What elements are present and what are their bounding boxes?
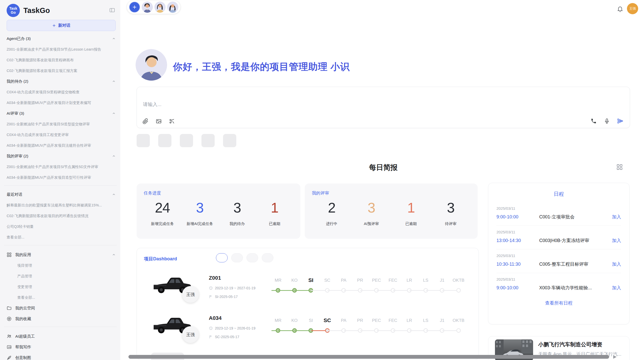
milestone-OKTB: OKTB xyxy=(450,272,467,300)
add-member-button[interactable] xyxy=(129,2,140,13)
sidebar-item[interactable]: Z001-全新燃油轻卡产品开发项目SI造型提交物评审 xyxy=(7,122,116,127)
recent-chats-section: 最近对话 解释最新出台的欧盟报废车法规再生塑料比例被调至15%...C02-飞腾… xyxy=(7,189,116,243)
user-avatar[interactable]: 王强 xyxy=(627,3,638,14)
horizontal-scrollbar[interactable] xyxy=(128,355,609,359)
sidebar-item-favorites[interactable]: 我的收藏 xyxy=(7,313,116,324)
sidebar-item[interactable]: C02-飞腾新能源轻客改款项目里程碑画布 xyxy=(7,58,116,63)
chat-input[interactable] xyxy=(143,102,524,107)
sidebar-item[interactable]: 公司Q3轻卡销量 xyxy=(7,224,116,229)
notification-bell-icon[interactable] xyxy=(617,6,623,12)
chevron-up-icon xyxy=(112,112,116,115)
schedule-time: 10:30-11:30 xyxy=(496,262,539,267)
task-progress-title: 任务进度 xyxy=(144,190,293,196)
task-progress-stats: 24 新增完成任务 3 新增AI完成任务 3 我的待办 1 已逾期 xyxy=(144,200,293,226)
my-apps-label: 我的应用 xyxy=(15,252,108,258)
schedule-card: 日程 2025/03/11 9:00-10:00 C001-立项审批会 加入 2… xyxy=(488,183,630,324)
sidebar-item[interactable]: A034-全新新能源MUV产品开发项目计划变更表编写 xyxy=(7,100,116,105)
dashboard-tab[interactable] xyxy=(246,253,258,262)
flag-icon xyxy=(209,295,213,299)
project-row[interactable]: 王强 A034 2023-12-19 ~ 2026-01-19 SC-2025-… xyxy=(137,312,478,353)
sidebar-group-header[interactable]: AI评审 (3) xyxy=(7,108,116,119)
scroll-right-arrow[interactable] xyxy=(613,355,617,359)
image-icon xyxy=(7,344,12,350)
suggestion-chip[interactable] xyxy=(180,134,193,147)
milestone-timeline: MRKOSISCPAPRPECFECLRLSJ1OKTB xyxy=(270,312,467,340)
recent-chats-header[interactable]: 最近对话 xyxy=(7,189,116,200)
schedule-view-all[interactable]: 查看所有日程 xyxy=(496,300,621,306)
image-upload-icon[interactable] xyxy=(156,118,162,124)
sidebar-group-header[interactable]: 我的评审 (2) xyxy=(7,151,116,161)
stat-label: 进行中 xyxy=(312,221,352,226)
suggestion-chip[interactable] xyxy=(201,134,215,147)
sidebar-group-header[interactable]: Agent已办 (3) xyxy=(7,33,116,44)
project-dates: 2023-12-19 ~ 2026-01-19 xyxy=(209,326,255,330)
milestone-KO: KO xyxy=(286,272,303,300)
briefing-layout-grid-icon[interactable] xyxy=(616,164,623,170)
chat-input-card xyxy=(137,87,630,128)
member-avatar[interactable] xyxy=(154,2,166,13)
stat-value: 3 xyxy=(352,200,391,216)
sidebar-item[interactable]: C0X4-动力总成开发项目SI里程碑提交物检查 xyxy=(7,90,116,95)
sidebar-item-cloud-space[interactable]: 我的云空间 xyxy=(7,303,116,313)
dashboard-tab[interactable] xyxy=(262,253,273,262)
member-avatar[interactable] xyxy=(142,2,153,13)
schedule-join-link[interactable]: 加入 xyxy=(612,237,621,244)
schedule-join-link[interactable]: 加入 xyxy=(612,214,621,220)
sidebar-item-creative-drawing[interactable]: 创意制图 xyxy=(7,352,116,360)
schedule-entry: 2025/03/11 9:00-10:00 X003-车辆动力学性能验... 加… xyxy=(496,273,621,296)
sidebar-group-items: Z001-全新燃油轻卡产品开发项目SI节点属性5D文件评审A034-全新新能源M… xyxy=(7,161,116,183)
new-chat-button[interactable]: 新对话 xyxy=(7,20,116,31)
app-menu-item[interactable]: 产品管理 xyxy=(17,274,116,279)
app-menu-item[interactable]: 变更管理 xyxy=(17,284,116,289)
schedule-join-link[interactable]: 加入 xyxy=(612,285,621,291)
sidebar-item[interactable]: C02-飞腾新能源轻客改款项目的闭环通告反馈情况 xyxy=(7,214,116,218)
stat-label: 我的待办 xyxy=(218,221,256,226)
app-menu-item[interactable]: 项目管理 xyxy=(17,263,116,268)
sidebar-item[interactable]: C02-飞腾新能源轻客改款项目立项汇报方案 xyxy=(7,68,116,73)
schedule-entry: 2025/03/11 13:00-14:30 C003|H0B-方案冻结评审 加… xyxy=(496,226,621,249)
chevron-up-icon xyxy=(112,193,116,197)
sidebar-item[interactable]: A034-全新新能源MUV产品开发项目法规符合性评审 xyxy=(7,143,116,148)
recent-view-all[interactable]: 查看全部... xyxy=(7,235,116,240)
project-row[interactable]: 王强 Z001 2023-12-19 ~ 2027-01-19 SI-2025-… xyxy=(137,272,478,312)
stat-label: 待评审 xyxy=(431,221,471,226)
apps-view-all[interactable]: 查看全部... xyxy=(17,295,116,300)
schedule-join-link[interactable]: 加入 xyxy=(612,261,621,267)
suggestion-chip[interactable] xyxy=(137,134,150,147)
sidebar-item[interactable]: 解释最新出台的欧盟报废车法规再生塑料比例被调至15%... xyxy=(7,203,116,208)
stat-value: 1 xyxy=(256,200,293,216)
stat-value: 1 xyxy=(391,200,431,216)
schedule-date: 2025/03/11 xyxy=(496,230,621,234)
milestone-LR: LR xyxy=(401,312,418,340)
sidebar-item[interactable]: Z001-全新燃油皮卡产品开发项目SI节点Lesson Learn报告 xyxy=(7,47,116,52)
task-progress-card: 任务进度 24 新增完成任务 3 新增AI完成任务 3 我的待办 1 已逾期 xyxy=(137,184,300,239)
input-actions-toolbar xyxy=(591,118,624,124)
schedule-entry: 2025/03/11 9:00-10:00 C001-立项审批会 加入 xyxy=(496,202,621,226)
sidebar-item[interactable]: Z001-全新燃油轻卡产品开发项目SI节点属性5D文件评审 xyxy=(7,164,116,169)
microphone-icon[interactable] xyxy=(604,118,610,124)
schedule-date: 2025/03/11 xyxy=(496,277,621,281)
clock-icon xyxy=(209,326,213,330)
sidebar-group-header[interactable]: 我的待办 (2) xyxy=(7,76,116,87)
topbar-quick-actions xyxy=(127,1,180,14)
member-avatar[interactable] xyxy=(167,2,178,13)
project-next-milestone: SC-2025-05-17 xyxy=(209,335,239,339)
send-icon[interactable] xyxy=(617,118,624,124)
app-title: TaskGo xyxy=(23,6,50,15)
dashboard-tab[interactable] xyxy=(216,253,228,262)
sidebar-item[interactable]: C0X4-动力总成开发项目工程变更评审 xyxy=(7,132,116,137)
schedule-time: 13:00-14:30 xyxy=(496,238,539,243)
suggestion-chip[interactable] xyxy=(158,134,171,147)
dashboard-tab[interactable] xyxy=(231,253,243,262)
project-owner-badge: 王强 xyxy=(182,286,199,303)
sidebar-collapse-icon[interactable] xyxy=(109,7,115,13)
paperclip-icon[interactable] xyxy=(142,118,149,124)
sidebar-item[interactable]: A034-全新新能源MUV产品开发项目造型可行性评审 xyxy=(7,175,116,180)
phone-call-icon[interactable] xyxy=(591,118,597,124)
suggestion-chip[interactable] xyxy=(223,134,236,147)
sidebar-item-my-apps[interactable]: 我的应用 xyxy=(7,249,116,260)
sidebar-item-ai-super-staff[interactable]: AI超级员工 xyxy=(7,331,116,342)
milestone-PR: PR xyxy=(352,312,369,340)
scissors-icon[interactable] xyxy=(169,118,175,124)
sidebar-item-help-me-write[interactable]: 帮我写作 xyxy=(7,342,116,352)
